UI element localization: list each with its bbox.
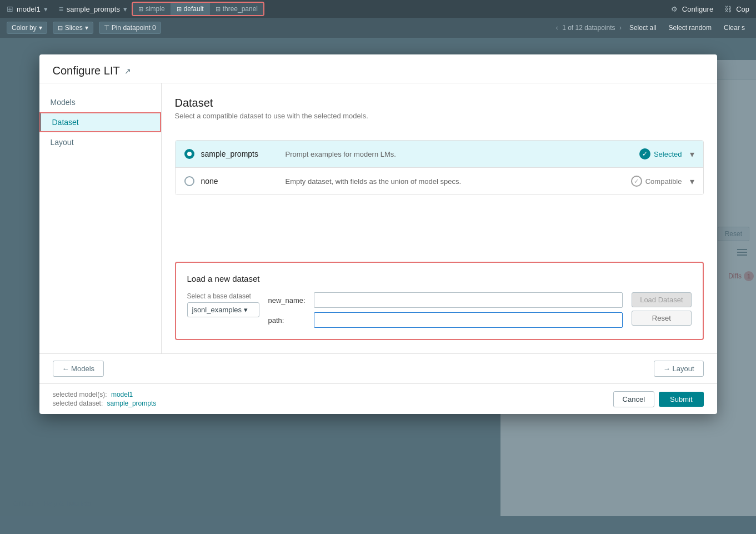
tab-simple[interactable]: ⊞ simple	[133, 3, 171, 15]
modal-title: Configure LIT	[53, 64, 120, 77]
grid-icon: ⊞	[7, 4, 13, 13]
footer-nav: ← Models	[53, 361, 104, 377]
modal-backdrop: Configure LIT ↗ Models Dataset Layout	[0, 38, 756, 516]
expand-compatible-arrow[interactable]: ▾	[690, 176, 694, 187]
cancel-btn[interactable]: Cancel	[613, 391, 654, 407]
model-dropdown-icon[interactable]: ▾	[44, 5, 48, 13]
link-icon: ⛓	[724, 5, 732, 13]
submit-btn[interactable]: Submit	[659, 392, 703, 407]
dataset-desc-sample-prompts: Prompt examples for modern LMs.	[286, 150, 633, 158]
load-dataset-btn[interactable]: Load Dataset	[632, 292, 691, 307]
modal-body: Models Dataset Layout Dataset Select a c…	[39, 83, 717, 353]
clear-btn[interactable]: Clear s	[719, 22, 749, 33]
section-title: Dataset	[175, 97, 704, 109]
check-icon: ✓	[642, 150, 648, 158]
load-dataset-title: Load a new dataset	[187, 274, 692, 283]
model-label[interactable]: model1	[17, 5, 41, 13]
selected-models-line: selected model(s): model1	[53, 391, 609, 398]
modal-sidebar: Models Dataset Layout	[39, 83, 162, 353]
field-label-new-name: new_name:	[268, 296, 307, 305]
prompts-label[interactable]: sample_prompts	[67, 5, 120, 13]
check-circle-compatible: ✓	[631, 176, 642, 187]
configure-label[interactable]: Configure	[682, 5, 713, 13]
back-models-btn[interactable]: ← Models	[53, 361, 104, 377]
sidebar-dataset-label: Dataset	[52, 118, 79, 127]
section-subtitle: Select a compatible dataset to use with …	[175, 112, 704, 120]
base-dataset-dropdown[interactable]: jsonl_examples ▾	[187, 302, 259, 317]
top-bar: ⊞ model1 ▾ ≡ sample_prompts ▾ ⊞ simple ⊞…	[0, 0, 756, 18]
next-layout-btn[interactable]: → Layout	[654, 361, 704, 377]
color-by-btn[interactable]: Color by ▾	[7, 22, 47, 34]
nav-next-icon[interactable]: ›	[619, 24, 622, 32]
selected-models-label: selected model(s):	[53, 391, 107, 398]
tab-default-label: default	[184, 5, 204, 13]
tab-three-panel-grid-icon: ⊞	[216, 6, 221, 13]
modal-main-content: Dataset Select a compatible dataset to u…	[162, 83, 717, 353]
dataset-name-sample-prompts: sample_prompts	[201, 149, 279, 158]
selected-dataset-label: selected dataset:	[53, 400, 103, 407]
dataset-desc-none: Empty dataset, with fields as the union …	[286, 177, 624, 186]
pin-icon: ⊤	[104, 24, 109, 32]
color-by-dropdown-icon: ▾	[39, 24, 42, 32]
base-dataset-select: Select a base dataset jsonl_examples ▾	[187, 292, 259, 317]
status-selected-label: Selected	[654, 150, 682, 158]
selected-dataset-line: selected dataset: sample_prompts	[53, 400, 609, 407]
check-circle-selected: ✓	[639, 148, 650, 159]
tab-simple-grid-icon: ⊞	[138, 6, 143, 13]
footer-right: → Layout	[654, 361, 704, 377]
expand-selected-arrow[interactable]: ▾	[690, 149, 694, 159]
field-label-path: path:	[268, 316, 307, 325]
dataset-row-none[interactable]: none Empty dataset, with fields as the u…	[176, 168, 703, 194]
dataset-row-sample-prompts[interactable]: sample_prompts Prompt examples for moder…	[176, 141, 703, 168]
copy-label[interactable]: Cop	[736, 5, 749, 13]
spacer	[175, 206, 704, 251]
prompts-dropdown-icon[interactable]: ▾	[123, 5, 127, 13]
field-row-path: path:	[268, 312, 623, 328]
tab-three-panel[interactable]: ⊞ three_panel	[210, 3, 263, 15]
modal-header: Configure LIT ↗	[39, 54, 717, 83]
pin-label: Pin datapoint 0	[112, 24, 156, 32]
slices-btn[interactable]: ⊟ Slices ▾	[53, 22, 93, 34]
tab-default-grid-icon: ⊞	[177, 6, 182, 13]
check-outline-icon: ✓	[634, 178, 639, 185]
radio-none[interactable]	[184, 176, 194, 186]
selected-dataset-value[interactable]: sample_prompts	[107, 400, 157, 407]
selected-models-value[interactable]: model1	[111, 391, 133, 398]
settings-icon[interactable]: ⚙	[671, 5, 678, 13]
sidebar-item-dataset[interactable]: Dataset	[39, 112, 161, 132]
load-form: Select a base dataset jsonl_examples ▾ n…	[187, 292, 692, 328]
field-input-new-name[interactable]	[314, 292, 623, 308]
reset-load-btn[interactable]: Reset	[632, 311, 691, 326]
fields-area: new_name: path:	[268, 292, 623, 328]
field-row-new-name: new_name:	[268, 292, 623, 308]
modal-footer: ← Models → Layout	[39, 353, 717, 383]
sidebar-item-layout[interactable]: Layout	[39, 132, 161, 152]
slices-dropdown-icon: ▾	[85, 24, 88, 32]
field-input-path[interactable]	[314, 312, 623, 328]
top-bar-left: ⊞ model1 ▾ ≡ sample_prompts ▾	[7, 4, 127, 13]
radio-sample-prompts[interactable]	[184, 149, 194, 159]
datapoints-count: 1 of 12 datapoints	[562, 24, 615, 32]
sidebar-item-models[interactable]: Models	[39, 92, 161, 112]
configure-lit-modal: Configure LIT ↗ Models Dataset Layout	[39, 54, 717, 414]
slices-icon: ⊟	[58, 24, 63, 32]
modal-submit-footer: selected model(s): model1 selected datas…	[39, 383, 717, 414]
dataset-name-none: none	[201, 177, 279, 186]
tab-group: ⊞ simple ⊞ default ⊞ three_panel	[132, 2, 264, 16]
select-all-btn[interactable]: Select all	[625, 22, 661, 33]
sidebar-models-label: Models	[51, 98, 76, 107]
load-buttons: Load Dataset Reset	[632, 292, 691, 326]
top-bar-right: ⚙ Configure ⛓ Cop	[671, 5, 749, 13]
dataset-status-none: ✓ Compatible ▾	[631, 176, 694, 187]
select-random-btn[interactable]: Select random	[664, 22, 716, 33]
external-link-icon[interactable]: ↗	[124, 67, 131, 76]
dropdown-arrow-icon: ▾	[244, 306, 248, 314]
pin-btn[interactable]: ⊤ Pin datapoint 0	[99, 22, 161, 34]
nav-prev-icon[interactable]: ‹	[556, 24, 558, 32]
tab-default[interactable]: ⊞ default	[171, 3, 210, 15]
table-icon: ≡	[59, 4, 63, 13]
second-bar-right: ‹ 1 of 12 datapoints › Select all Select…	[556, 22, 749, 33]
status-compatible-label: Compatible	[645, 177, 682, 186]
slices-label: Slices	[65, 24, 83, 32]
color-by-label: Color by	[12, 24, 37, 32]
